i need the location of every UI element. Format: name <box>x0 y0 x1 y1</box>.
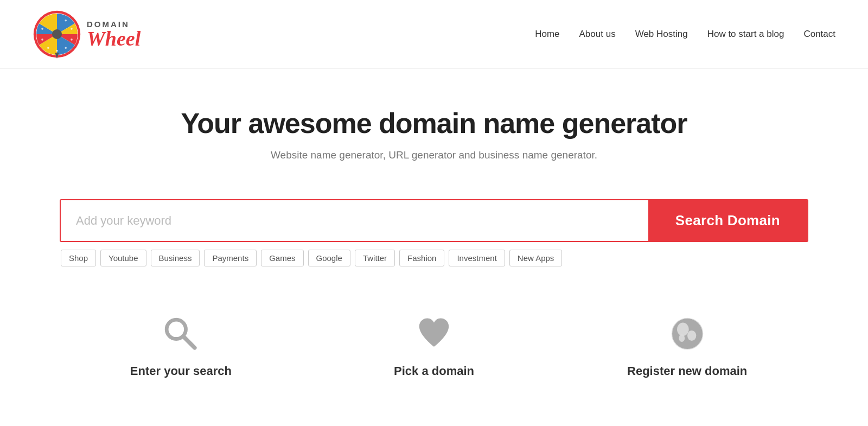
search-icon <box>76 315 286 354</box>
search-section: Search Domain <box>0 177 868 242</box>
keyword-tags: ShopYoutubeBusinessPaymentsGamesGoogleTw… <box>0 242 868 266</box>
svg-point-5 <box>71 28 73 30</box>
svg-line-13 <box>183 336 195 348</box>
tag-games[interactable]: Games <box>261 250 303 266</box>
feature-pick-domain-title: Pick a domain <box>329 364 539 378</box>
nav-item-about[interactable]: About us <box>579 29 616 40</box>
svg-point-18 <box>679 334 685 342</box>
feature-register-domain-title: Register new domain <box>582 364 792 378</box>
svg-point-10 <box>41 39 43 41</box>
hero-section: Your awesome domain name generator Websi… <box>0 69 868 177</box>
tag-business[interactable]: Business <box>151 250 200 266</box>
svg-point-17 <box>687 330 696 341</box>
nav-item-hosting[interactable]: Web Hosting <box>635 29 688 40</box>
svg-point-8 <box>56 50 58 52</box>
search-input[interactable] <box>61 200 648 241</box>
hero-subtitle: Website name generator, URL generator an… <box>33 149 835 161</box>
svg-point-9 <box>47 47 49 49</box>
tag-google[interactable]: Google <box>308 250 350 266</box>
tag-shop[interactable]: Shop <box>61 250 96 266</box>
heart-icon <box>329 315 539 354</box>
nav-item-blog[interactable]: How to start a blog <box>707 29 784 40</box>
feature-register-domain: Register new domain <box>560 304 814 389</box>
logo-wheel-icon <box>33 10 81 59</box>
svg-point-16 <box>677 323 689 336</box>
logo[interactable]: DOMAIN Wheel <box>33 10 141 59</box>
nav-item-contact[interactable]: Contact <box>803 29 835 40</box>
tag-fashion[interactable]: Fashion <box>399 250 444 266</box>
hero-title: Your awesome domain name generator <box>33 107 835 139</box>
svg-point-11 <box>41 28 43 30</box>
tag-new-apps[interactable]: New Apps <box>509 250 563 266</box>
svg-point-4 <box>65 20 67 22</box>
nav-item-home[interactable]: Home <box>535 29 559 40</box>
feature-pick-domain: Pick a domain <box>308 304 561 389</box>
tag-twitter[interactable]: Twitter <box>355 250 395 266</box>
feature-enter-search: Enter your search <box>54 304 308 389</box>
main-nav: HomeAbout usWeb HostingHow to start a bl… <box>535 29 835 40</box>
tag-payments[interactable]: Payments <box>204 250 257 266</box>
feature-enter-search-title: Enter your search <box>76 364 286 378</box>
svg-point-6 <box>71 39 73 41</box>
svg-point-7 <box>65 47 67 49</box>
globe-icon <box>582 315 792 354</box>
logo-wheel-text: Wheel <box>87 28 141 49</box>
tag-investment[interactable]: Investment <box>449 250 505 266</box>
svg-point-2 <box>52 29 62 39</box>
features-section: Enter your search Pick a domain Register… <box>0 266 868 416</box>
search-domain-button[interactable]: Search Domain <box>648 200 807 241</box>
site-header: DOMAIN Wheel HomeAbout usWeb HostingHow … <box>0 0 868 69</box>
tag-youtube[interactable]: Youtube <box>100 250 146 266</box>
search-box: Search Domain <box>60 199 808 242</box>
